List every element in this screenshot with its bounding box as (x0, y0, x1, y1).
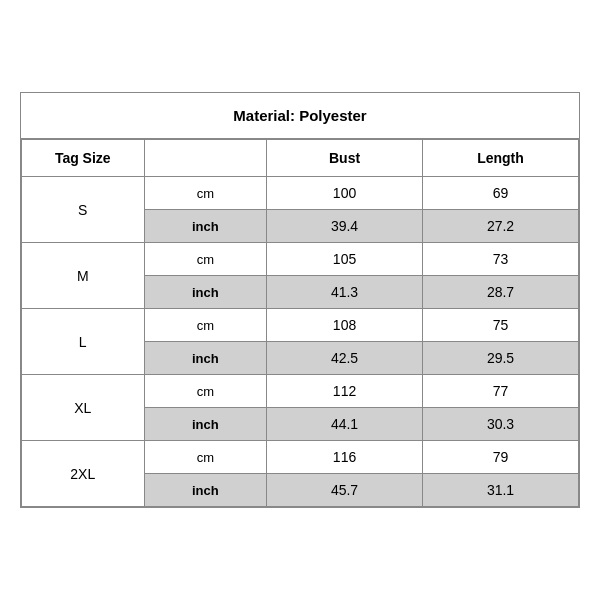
table-row: Lcm10875 (22, 309, 579, 342)
length-cm-value: 77 (423, 375, 579, 408)
bust-inch-value: 39.4 (267, 210, 423, 243)
length-cm-value: 75 (423, 309, 579, 342)
unit-cm: cm (144, 243, 267, 276)
unit-inch: inch (144, 474, 267, 507)
bust-inch-value: 44.1 (267, 408, 423, 441)
bust-cm-value: 108 (267, 309, 423, 342)
bust-inch-value: 41.3 (267, 276, 423, 309)
length-cm-value: 73 (423, 243, 579, 276)
size-label: L (22, 309, 145, 375)
length-inch-value: 31.1 (423, 474, 579, 507)
unit-inch: inch (144, 210, 267, 243)
bust-cm-value: 100 (267, 177, 423, 210)
bust-cm-value: 116 (267, 441, 423, 474)
length-inch-value: 28.7 (423, 276, 579, 309)
table-row: 2XLcm11679 (22, 441, 579, 474)
unit-cm: cm (144, 309, 267, 342)
header-length: Length (423, 140, 579, 177)
size-label: S (22, 177, 145, 243)
table-header-row: Tag Size Bust Length (22, 140, 579, 177)
size-label: 2XL (22, 441, 145, 507)
header-unit (144, 140, 267, 177)
length-cm-value: 69 (423, 177, 579, 210)
size-chart-container: Material: Polyester Tag Size Bust Length… (20, 92, 580, 508)
bust-cm-value: 112 (267, 375, 423, 408)
table-row: Scm10069 (22, 177, 579, 210)
unit-inch: inch (144, 342, 267, 375)
bust-inch-value: 45.7 (267, 474, 423, 507)
unit-cm: cm (144, 441, 267, 474)
bust-cm-value: 105 (267, 243, 423, 276)
table-body: Scm10069inch39.427.2Mcm10573inch41.328.7… (22, 177, 579, 507)
size-table: Tag Size Bust Length Scm10069inch39.427.… (21, 139, 579, 507)
chart-title: Material: Polyester (21, 93, 579, 139)
bust-inch-value: 42.5 (267, 342, 423, 375)
size-label: XL (22, 375, 145, 441)
length-cm-value: 79 (423, 441, 579, 474)
table-row: Mcm10573 (22, 243, 579, 276)
unit-inch: inch (144, 408, 267, 441)
unit-inch: inch (144, 276, 267, 309)
length-inch-value: 30.3 (423, 408, 579, 441)
header-bust: Bust (267, 140, 423, 177)
unit-cm: cm (144, 177, 267, 210)
header-tag-size: Tag Size (22, 140, 145, 177)
length-inch-value: 29.5 (423, 342, 579, 375)
length-inch-value: 27.2 (423, 210, 579, 243)
unit-cm: cm (144, 375, 267, 408)
size-label: M (22, 243, 145, 309)
table-row: XLcm11277 (22, 375, 579, 408)
